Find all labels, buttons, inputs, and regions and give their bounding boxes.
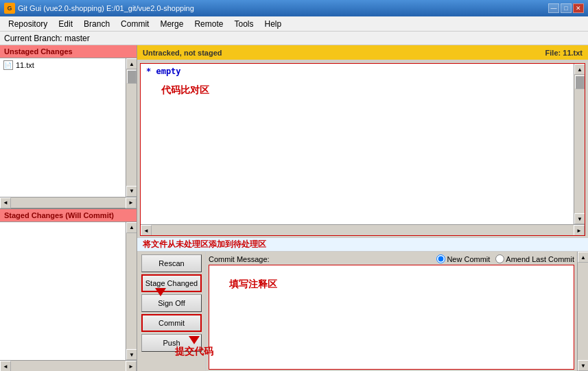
radio-new-commit-label: New Commit — [447, 255, 490, 263]
radio-group: New Commit Amend Last Commit — [436, 254, 574, 263]
staged-scrollbar-h[interactable]: ◄ ► — [0, 360, 137, 371]
file-name: 11.txt — [16, 61, 34, 69]
file-item-11txt[interactable]: 📄 11.txt — [1, 60, 124, 71]
commit-msg-header: Commit Message: New Commit Amend Last Co… — [209, 253, 574, 265]
menu-tools[interactable]: Tools — [228, 18, 259, 30]
menu-commit[interactable]: Commit — [115, 18, 154, 30]
diff-scroll-right[interactable]: ► — [574, 225, 585, 236]
menu-edit[interactable]: Edit — [53, 18, 78, 30]
commit-msg-label: Commit Message: — [209, 255, 270, 263]
window-title: Git Gui (vue2.0-shopping) E:/01_git/vue2… — [18, 4, 194, 12]
bottom-row: Rescan Stage Changed Sign Off Commit Pus… — [137, 252, 588, 371]
commit-button[interactable]: Commit — [141, 314, 202, 332]
menu-help[interactable]: Help — [259, 18, 287, 30]
current-branch-label: Current Branch: master — [4, 34, 90, 43]
scroll-track-staged — [126, 233, 137, 350]
unstaged-file-list[interactable]: 📄 11.txt 文件未处理区 — [0, 58, 126, 72]
radio-amend[interactable]: Amend Last Commit — [495, 254, 574, 263]
scroll-down-btn-staged[interactable]: ▼ — [126, 349, 137, 360]
rescan-button[interactable]: Rescan — [141, 254, 202, 272]
scroll-right-btn[interactable]: ► — [126, 198, 137, 208]
stage-changed-button[interactable]: Stage Changed — [141, 274, 202, 292]
commit-scrollbar-v[interactable]: ▲ ▼ — [577, 252, 588, 371]
diff-scroll-track — [574, 75, 585, 213]
commit-scroll-track — [578, 263, 588, 360]
radio-amend-input[interactable] — [495, 254, 504, 263]
main-container: Unstaged Changes 📄 11.txt 文件未处理区 ▲ — [0, 45, 588, 371]
commit-buttons-panel: Rescan Stage Changed Sign Off Commit Pus… — [137, 252, 206, 371]
diff-scrollbar-v[interactable]: ▲ ▼ — [574, 64, 585, 224]
menu-remote[interactable]: Remote — [189, 18, 228, 30]
diff-empty-text: * empty — [146, 67, 181, 76]
staged-header: Staged Changes (Will Commit) — [0, 209, 137, 222]
staged-file-list[interactable]: 文件待处理区 — [0, 222, 126, 225]
close-button[interactable]: ✕ — [573, 3, 584, 13]
stage-annotation: 将文件从未处理区添加到待处理区 — [143, 239, 266, 250]
diff-file: File: 11.txt — [545, 49, 583, 57]
staged-panel: Staged Changes (Will Commit) 文件待处理区 ▲ ▼ … — [0, 209, 137, 372]
unstaged-header: Unstaged Changes — [0, 45, 137, 58]
diff-scroll-wrapper: * empty 代码比对区 ▲ ▼ — [141, 64, 585, 224]
minimize-button[interactable]: — — [548, 3, 559, 13]
app-icon: G — [4, 3, 15, 14]
left-panel: Unstaged Changes 📄 11.txt 文件未处理区 ▲ — [0, 45, 137, 371]
branch-bar: Current Branch: master — [0, 32, 588, 45]
diff-status: Untracked, not staged — [143, 49, 222, 57]
push-button[interactable]: Push — [141, 334, 202, 352]
title-bar: G Git Gui (vue2.0-shopping) E:/01_git/vu… — [0, 0, 588, 16]
diff-header: Untracked, not staged File: 11.txt — [137, 45, 588, 60]
scroll-right-btn-staged[interactable]: ► — [126, 361, 137, 371]
scroll-up-btn[interactable]: ▲ — [126, 58, 137, 69]
scroll-thumb[interactable] — [127, 70, 137, 84]
staged-file-content: 文件待处理区 — [0, 222, 126, 361]
unstaged-file-content: 📄 11.txt 文件未处理区 — [0, 58, 126, 197]
diff-area: * empty 代码比对区 ▲ ▼ ◄ ► — [140, 63, 585, 236]
diff-main: * empty 代码比对区 — [141, 64, 574, 224]
diff-scroll-thumb[interactable] — [575, 75, 585, 89]
diff-scrollbar-h[interactable]: ◄ ► — [141, 224, 585, 235]
unstaged-scrollbar-h[interactable]: ◄ ► — [0, 197, 137, 208]
radio-new-commit[interactable]: New Commit — [436, 254, 490, 263]
diff-annotation: 代码比对区 — [161, 84, 209, 97]
unstaged-scrollbar-v[interactable]: ▲ ▼ — [126, 58, 137, 197]
diff-content: * empty — [141, 64, 574, 79]
bottom-right: 将文件从未处理区添加到待处理区 Rescan Stage Changed Sig… — [137, 237, 588, 371]
diff-scroll-h-track — [152, 225, 574, 235]
staged-file-list-wrapper: 文件待处理区 ▲ ▼ — [0, 222, 137, 361]
unstaged-file-list-wrapper: 📄 11.txt 文件未处理区 ▲ ▼ — [0, 58, 137, 197]
commit-textarea[interactable] — [209, 265, 574, 370]
diff-scroll-left[interactable]: ◄ — [141, 225, 152, 236]
stage-msg-bar: 将文件从未处理区添加到待处理区 — [137, 238, 588, 252]
right-panel: Untracked, not staged File: 11.txt * emp… — [137, 45, 588, 371]
scroll-left-btn[interactable]: ◄ — [0, 198, 11, 208]
commit-message-area: Commit Message: New Commit Amend Last Co… — [206, 252, 577, 371]
scroll-down-btn[interactable]: ▼ — [126, 186, 137, 197]
radio-new-commit-input[interactable] — [436, 254, 445, 263]
menu-merge[interactable]: Merge — [154, 18, 189, 30]
window-controls: — □ ✕ — [548, 3, 584, 13]
diff-scroll-down[interactable]: ▼ — [574, 213, 585, 224]
menu-bar: Repository Edit Branch Commit Merge Remo… — [0, 16, 588, 32]
menu-repository[interactable]: Repository — [3, 18, 53, 30]
menu-branch[interactable]: Branch — [78, 18, 115, 30]
scroll-h-track — [11, 198, 126, 208]
unstaged-panel: Unstaged Changes 📄 11.txt 文件未处理区 ▲ — [0, 45, 137, 209]
scroll-left-btn-staged[interactable]: ◄ — [0, 361, 11, 371]
maximize-button[interactable]: □ — [561, 3, 572, 13]
scroll-h-track-staged — [11, 361, 126, 371]
diff-scroll-up[interactable]: ▲ — [574, 64, 585, 75]
radio-amend-label: Amend Last Commit — [506, 255, 574, 263]
scroll-track — [126, 69, 137, 186]
staged-scrollbar-v[interactable]: ▲ ▼ — [126, 222, 137, 361]
commit-scroll-up[interactable]: ▲ — [578, 252, 588, 263]
scroll-up-btn-staged[interactable]: ▲ — [126, 222, 137, 233]
file-icon: 📄 — [3, 60, 13, 70]
sign-off-button[interactable]: Sign Off — [141, 294, 202, 312]
commit-textarea-wrapper: 填写注释区 — [209, 265, 574, 370]
commit-scroll-down[interactable]: ▼ — [578, 360, 588, 371]
